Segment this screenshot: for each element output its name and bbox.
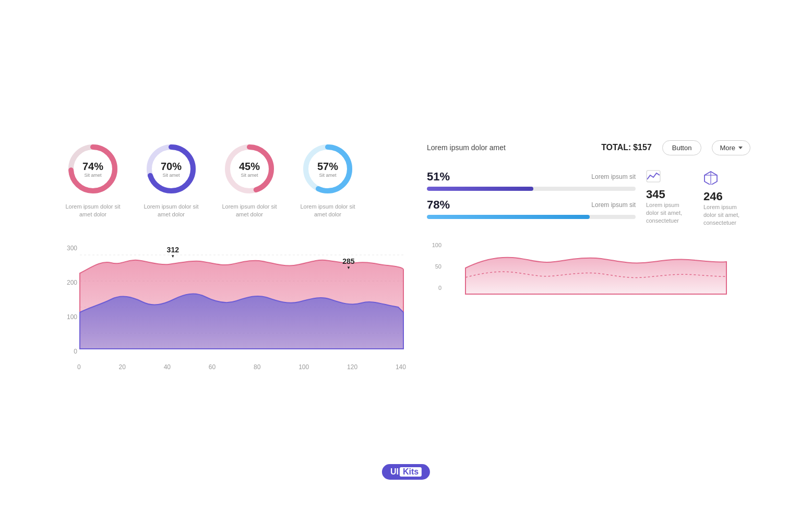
small-chart-container: 0 50 100: [427, 242, 750, 301]
right-header: Lorem ipsum dolor amet TOTAL: $157 Butto…: [427, 140, 750, 155]
donut-row: 74% Sit amet Lorem ipsum dolor sit amet …: [62, 140, 406, 219]
area-chart-container: 0 100 200 300 312 285: [62, 245, 406, 371]
small-y-0: 0: [427, 285, 441, 291]
stat-number-2: 246: [703, 190, 723, 203]
area-chart-svg: [77, 245, 406, 359]
small-y-100: 100: [427, 242, 441, 248]
donut-label-3: Sit amet: [239, 172, 260, 177]
small-pink-area: [465, 257, 726, 294]
cube-icon: [703, 170, 718, 188]
donut-percent-4: 57%: [317, 160, 338, 172]
donut-percent-2: 70%: [161, 160, 182, 172]
chevron-down-icon: [738, 147, 743, 149]
progress-fill-2: [427, 215, 590, 219]
progress-label-1: Lorem ipsum sit: [591, 173, 636, 180]
donut-item-1: 74% Sit amet Lorem ipsum dolor sit amet …: [62, 140, 124, 219]
progress-item-1: 51% Lorem ipsum sit: [427, 170, 636, 191]
stats-row: 345 Lorem ipsum dolor sit amet, consecte…: [646, 170, 750, 227]
x-label-80: 80: [254, 363, 260, 371]
button-primary[interactable]: Button: [662, 140, 702, 155]
brand-footer: UI Kits: [382, 464, 430, 480]
stat-desc-1: Lorem ipsum dolor sit amet, consectetuer: [646, 201, 693, 225]
donut-item-2: 70% Sit amet Lorem ipsum dolor sit amet …: [140, 140, 202, 219]
progress-fill-1: [427, 187, 533, 191]
donut-chart-4: 57% Sit amet: [299, 140, 356, 198]
progress-track-1: [427, 187, 636, 191]
small-area-chart-svg: [441, 242, 750, 299]
progress-pct-2: 78%: [427, 198, 450, 212]
x-label-20: 20: [119, 363, 126, 371]
donut-chart-1: 74% Sit amet: [64, 140, 122, 198]
donut-chart-2: 70% Sit amet: [142, 140, 200, 198]
x-label-40: 40: [164, 363, 171, 371]
chart-annotation-285: 285: [342, 257, 354, 270]
chart-annotation-312: 312: [167, 246, 179, 259]
donut-label-4: Sit amet: [317, 172, 338, 177]
y-label-200: 200: [62, 279, 77, 286]
brand-kits: Kits: [400, 467, 422, 477]
progress-item-2: 78% Lorem ipsum sit: [427, 198, 636, 219]
progress-section: 51% Lorem ipsum sit 78% Lorem ipsum sit: [427, 170, 750, 229]
donut-desc-3: Lorem ipsum dolor sit amet dolor: [218, 203, 281, 219]
donut-desc-4: Lorem ipsum dolor sit amet dolor: [296, 203, 359, 219]
total-value: $157: [633, 143, 652, 152]
main-container: 74% Sit amet Lorem ipsum dolor sit amet …: [41, 119, 771, 392]
y-label-0: 0: [62, 348, 77, 355]
donut-label-1: Sit amet: [82, 172, 103, 177]
header-total: TOTAL: $157: [601, 143, 652, 152]
more-button[interactable]: More: [712, 140, 750, 155]
progress-track-2: [427, 215, 636, 219]
left-panel: 74% Sit amet Lorem ipsum dolor sit amet …: [62, 140, 406, 371]
stat-number-1: 345: [646, 188, 665, 201]
y-label-300: 300: [62, 245, 77, 252]
x-label-100: 100: [298, 363, 309, 371]
donut-desc-1: Lorem ipsum dolor sit amet dolor: [62, 203, 124, 219]
donut-item-4: 57% Sit amet Lorem ipsum dolor sit amet …: [296, 140, 359, 219]
stat-item-2: 246 Lorem ipsum dolor sit amet, consecte…: [703, 170, 750, 227]
small-y-50: 50: [427, 263, 441, 270]
y-label-100: 100: [62, 313, 77, 321]
donut-label-2: Sit amet: [161, 172, 182, 177]
x-label-140: 140: [396, 363, 406, 371]
total-label: TOTAL:: [601, 143, 631, 152]
donut-item-3: 45% Sit amet Lorem ipsum dolor sit amet …: [218, 140, 281, 219]
brand-ui: UI: [390, 467, 399, 477]
header-title: Lorem ipsum dolor amet: [427, 143, 591, 152]
donut-desc-2: Lorem ipsum dolor sit amet dolor: [140, 203, 202, 219]
more-label: More: [720, 144, 735, 152]
donut-percent-3: 45%: [239, 160, 260, 172]
line-chart-icon: [646, 170, 661, 186]
progress-label-2: Lorem ipsum sit: [591, 201, 636, 209]
x-label-60: 60: [209, 363, 216, 371]
donut-chart-3: 45% Sit amet: [221, 140, 278, 198]
right-panel: Lorem ipsum dolor amet TOTAL: $157 Butto…: [427, 140, 750, 301]
progress-pct-1: 51%: [427, 170, 450, 184]
x-label-0: 0: [77, 363, 81, 371]
svg-rect-12: [647, 171, 660, 182]
progress-bars: 51% Lorem ipsum sit 78% Lorem ipsum sit: [427, 170, 636, 229]
stat-item-1: 345 Lorem ipsum dolor sit amet, consecte…: [646, 170, 693, 227]
stat-desc-2: Lorem ipsum dolor sit amet, consectetuer: [703, 203, 750, 227]
donut-percent-1: 74%: [82, 160, 103, 172]
x-label-120: 120: [347, 363, 357, 371]
